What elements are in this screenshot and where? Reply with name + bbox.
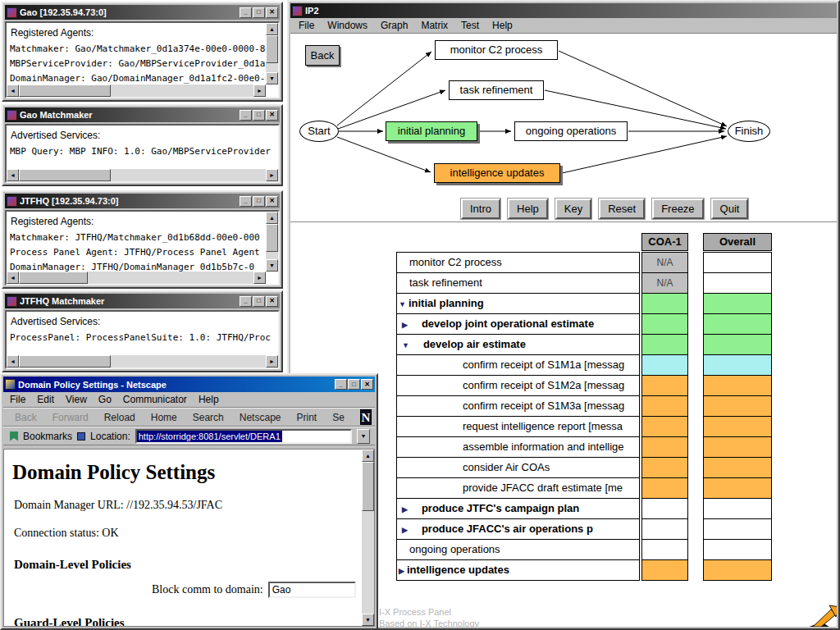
- scroll-right-icon[interactable]: ►: [253, 84, 266, 97]
- matrix-row-label[interactable]: ▶develop joint operational estimate: [396, 313, 640, 335]
- menu-windows[interactable]: Windows: [327, 20, 368, 31]
- scroll-right-icon[interactable]: ►: [266, 169, 278, 181]
- matrix-row-label[interactable]: task refinement: [396, 272, 640, 294]
- scrollbar-thumb[interactable]: [19, 272, 88, 284]
- matrix-row-label[interactable]: ongoing operations: [396, 539, 640, 560]
- netscape-logo[interactable]: N: [360, 409, 372, 425]
- menu-help[interactable]: Help: [199, 394, 219, 405]
- scroll-left-icon[interactable]: ◄: [7, 355, 19, 368]
- scrollbar-thumb[interactable]: [266, 224, 278, 252]
- matrix-row-label[interactable]: monitor C2 process: [396, 252, 640, 273]
- scroll-left-icon[interactable]: ◄: [7, 169, 19, 181]
- matrix-row-label[interactable]: ▶produce JTFC's campaign plan: [396, 498, 640, 519]
- home-button[interactable]: Home: [151, 412, 177, 423]
- maximize-button[interactable]: □: [253, 7, 265, 18]
- matrix-row-label[interactable]: assemble information and intellige: [396, 436, 640, 458]
- expand-icon[interactable]: ▶: [402, 321, 408, 329]
- matrix-cell-overall[interactable]: [703, 559, 772, 581]
- matrix-cell-overall[interactable]: [703, 354, 772, 376]
- location-input[interactable]: http://storridge:8081/servlet/DERA1: [135, 429, 352, 444]
- horizontal-scrollbar[interactable]: ◄ ►: [7, 169, 278, 181]
- scroll-down-icon[interactable]: ▼: [362, 614, 374, 626]
- menu-communicator[interactable]: Communicator: [123, 394, 187, 405]
- back-button[interactable]: Back: [15, 412, 37, 423]
- menu-file[interactable]: File: [10, 394, 25, 405]
- matrix-cell-overall[interactable]: [703, 334, 772, 355]
- maximize-button[interactable]: □: [253, 296, 265, 307]
- location-dropdown-icon[interactable]: ▼: [357, 429, 370, 444]
- matrix-row-label[interactable]: ▼initial planning: [396, 293, 640, 314]
- matrix-cell-coa1[interactable]: [641, 334, 688, 355]
- matrix-cell-overall[interactable]: [703, 272, 772, 294]
- graph-node-intelligence-updates[interactable]: intelligence updates: [434, 163, 560, 183]
- matrix-cell-overall[interactable]: [703, 436, 772, 458]
- vertical-scrollbar[interactable]: ▲ ▼: [266, 212, 278, 272]
- menu-view[interactable]: View: [66, 394, 87, 405]
- minimize-button[interactable]: _: [335, 379, 347, 390]
- matrix-cell-overall[interactable]: [703, 293, 772, 314]
- graph-node-start[interactable]: Start: [299, 121, 339, 142]
- matrix-cell-coa1[interactable]: [641, 559, 688, 581]
- matrix-cell-coa1[interactable]: [641, 354, 688, 376]
- matrix-cell-overall[interactable]: [703, 539, 772, 560]
- matrix-cell-coa1[interactable]: [641, 293, 688, 314]
- matrix-cell-overall[interactable]: [703, 416, 772, 437]
- expand-icon[interactable]: ▶: [402, 526, 408, 534]
- scroll-down-icon[interactable]: ▼: [266, 259, 278, 272]
- matrix-header-overall[interactable]: Overall: [703, 233, 772, 251]
- maximize-button[interactable]: □: [348, 379, 360, 390]
- matrix-cell-coa1[interactable]: [641, 416, 688, 437]
- matrix-row-label[interactable]: confirm receipt of S1M2a [messag: [396, 375, 640, 396]
- reload-button[interactable]: Reload: [104, 412, 135, 423]
- vertical-scrollbar[interactable]: ▲ ▼: [266, 23, 278, 84]
- close-button[interactable]: ✕: [266, 7, 278, 18]
- minimize-button[interactable]: _: [240, 296, 252, 307]
- matrix-header-coa1[interactable]: COA-1: [641, 233, 688, 251]
- jtfhq-title-bar[interactable]: JTFHQ [192.35.94.73:0] _ □ ✕: [5, 194, 280, 208]
- menu-file[interactable]: File: [299, 20, 314, 31]
- quit-button[interactable]: Quit: [711, 199, 749, 219]
- matrix-row-label[interactable]: confirm receipt of S1M1a [messag: [396, 354, 640, 376]
- minimize-button[interactable]: _: [240, 196, 252, 207]
- matrix-cell-coa1[interactable]: [641, 518, 688, 540]
- menu-graph[interactable]: Graph: [381, 20, 408, 31]
- scroll-up-icon[interactable]: ▲: [362, 450, 374, 462]
- expand-icon[interactable]: ▶: [402, 505, 408, 514]
- netscape-title-bar[interactable]: Domain Policy Settings - Netscape _ □ ✕: [3, 377, 375, 392]
- maximize-button[interactable]: □: [253, 110, 265, 121]
- scrollbar-thumb[interactable]: [266, 35, 278, 63]
- graph-node-monitor-c2[interactable]: monitor C2 process: [435, 40, 558, 60]
- bookmarks-button[interactable]: Bookmarks: [23, 431, 72, 442]
- matrix-cell-overall[interactable]: [703, 498, 772, 519]
- matrix-cell-coa1[interactable]: N/A: [641, 252, 688, 273]
- back-button[interactable]: Back: [305, 45, 340, 66]
- scrollbar-thumb[interactable]: [19, 84, 111, 97]
- menu-edit[interactable]: Edit: [37, 394, 54, 405]
- close-button[interactable]: ✕: [361, 379, 373, 390]
- matrix-row-label[interactable]: ▶produce JFACC's air operations p: [396, 518, 640, 540]
- search-button[interactable]: Search: [193, 412, 224, 423]
- graph-node-ongoing-operations[interactable]: ongoing operations: [514, 121, 628, 141]
- scrollbar-thumb[interactable]: [362, 462, 374, 511]
- menu-go[interactable]: Go: [98, 394, 112, 405]
- collapse-icon[interactable]: ▼: [399, 300, 406, 308]
- collapse-icon[interactable]: ▼: [402, 341, 409, 349]
- freeze-button[interactable]: Freeze: [652, 199, 703, 219]
- scroll-left-icon[interactable]: ◄: [7, 272, 19, 284]
- matrix-cell-coa1[interactable]: [641, 498, 688, 519]
- matrix-cell-coa1[interactable]: [641, 436, 688, 458]
- scroll-right-icon[interactable]: ►: [266, 355, 278, 368]
- netscape-button[interactable]: Netscape: [240, 412, 281, 423]
- gao-matchmaker-title-bar[interactable]: Gao Matchmaker _ □ ✕: [5, 107, 280, 122]
- graph-node-initial-planning[interactable]: initial planning: [386, 121, 477, 141]
- horizontal-scrollbar[interactable]: ◄ ►: [7, 355, 278, 368]
- scroll-up-icon[interactable]: ▲: [266, 23, 278, 35]
- matrix-cell-coa1[interactable]: [641, 457, 688, 478]
- menu-matrix[interactable]: Matrix: [421, 20, 448, 31]
- matrix-cell-coa1[interactable]: N/A: [641, 272, 688, 294]
- matrix-cell-coa1[interactable]: [641, 375, 688, 396]
- close-button[interactable]: ✕: [266, 196, 278, 207]
- matrix-row-label[interactable]: ▶intelligence updates: [396, 559, 640, 581]
- scroll-left-icon[interactable]: ◄: [7, 84, 19, 97]
- matrix-cell-overall[interactable]: [703, 252, 772, 273]
